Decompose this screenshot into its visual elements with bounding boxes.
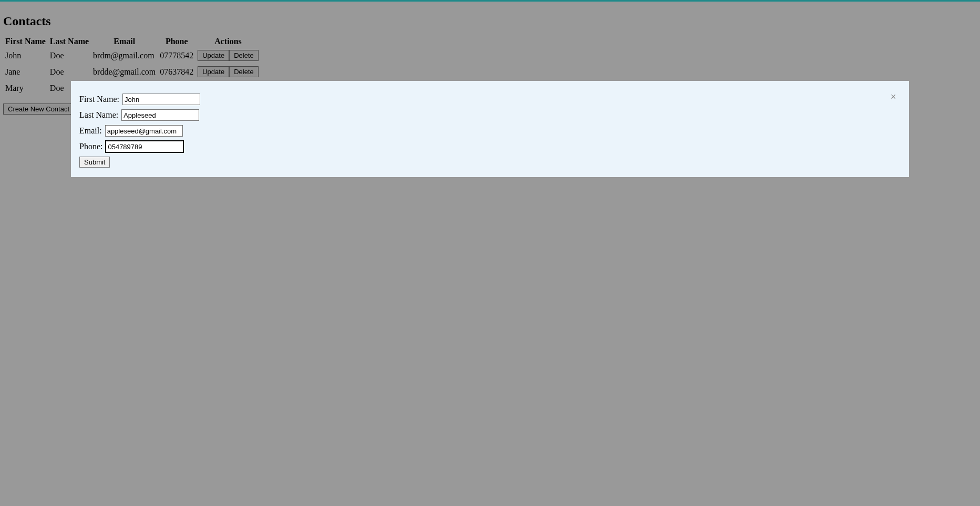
email-input[interactable] bbox=[105, 125, 183, 137]
modal-overlay[interactable] bbox=[0, 2, 980, 506]
close-icon[interactable]: × bbox=[889, 92, 898, 101]
first-name-input[interactable] bbox=[122, 94, 200, 105]
form-submit-row: Submit bbox=[79, 157, 901, 168]
form-row-email: Email: bbox=[79, 125, 901, 137]
phone-label: Phone: bbox=[79, 142, 102, 151]
submit-button[interactable]: Submit bbox=[79, 157, 110, 168]
form-row-first-name: First Name: bbox=[79, 94, 901, 105]
phone-input[interactable] bbox=[106, 141, 183, 152]
first-name-label: First Name: bbox=[79, 95, 119, 104]
last-name-label: Last Name: bbox=[79, 110, 118, 119]
form-row-phone: Phone: bbox=[79, 141, 901, 152]
form-row-last-name: Last Name: bbox=[79, 109, 901, 121]
contact-form-modal: × First Name: Last Name: Email: Phone: S… bbox=[71, 81, 909, 177]
email-label: Email: bbox=[79, 126, 102, 135]
last-name-input[interactable] bbox=[121, 109, 199, 121]
